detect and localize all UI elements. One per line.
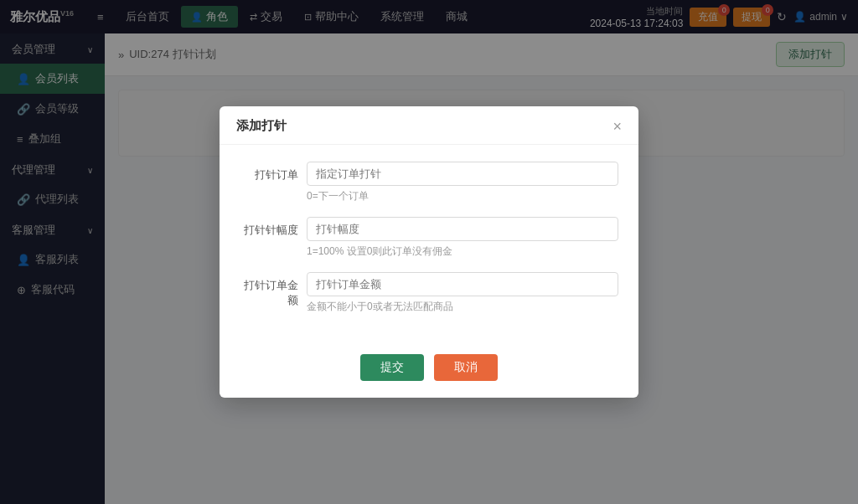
form-control-order: 0=下一个订单 [307, 162, 618, 203]
form-row-order: 打针订单 0=下一个订单 [240, 162, 618, 203]
form-label-order: 打针订单 [240, 162, 307, 183]
dialog-overlay[interactable]: 添加打针 × 打针订单 0=下一个订单 打针针幅度 1=100% 设置0则此订单… [0, 0, 858, 504]
dialog-title: 添加打针 [236, 118, 287, 134]
form-label-amount: 打针订单金额 [240, 272, 307, 308]
cancel-button[interactable]: 取消 [434, 354, 498, 381]
form-row-magnitude: 打针针幅度 1=100% 设置0则此订单没有佣金 [240, 217, 618, 259]
amount-input[interactable] [307, 272, 618, 296]
amount-hint: 金额不能小于0或者无法匹配商品 [307, 300, 618, 314]
form-label-magnitude: 打针针幅度 [240, 217, 307, 238]
dialog-close-button[interactable]: × [612, 119, 622, 134]
form-row-amount: 打针订单金额 金额不能小于0或者无法匹配商品 [240, 272, 618, 314]
order-hint: 0=下一个订单 [307, 189, 618, 203]
order-input[interactable] [307, 162, 618, 186]
dialog-footer: 提交 取消 [220, 344, 638, 398]
add-pin-dialog: 添加打针 × 打针订单 0=下一个订单 打针针幅度 1=100% 设置0则此订单… [220, 106, 638, 398]
dialog-body: 打针订单 0=下一个订单 打针针幅度 1=100% 设置0则此订单没有佣金 打针… [220, 145, 638, 344]
form-control-magnitude: 1=100% 设置0则此订单没有佣金 [307, 217, 618, 259]
submit-button[interactable]: 提交 [360, 354, 424, 381]
dialog-header: 添加打针 × [220, 106, 638, 145]
magnitude-hint: 1=100% 设置0则此订单没有佣金 [307, 244, 618, 259]
form-control-amount: 金额不能小于0或者无法匹配商品 [307, 272, 618, 314]
magnitude-input[interactable] [307, 217, 618, 241]
